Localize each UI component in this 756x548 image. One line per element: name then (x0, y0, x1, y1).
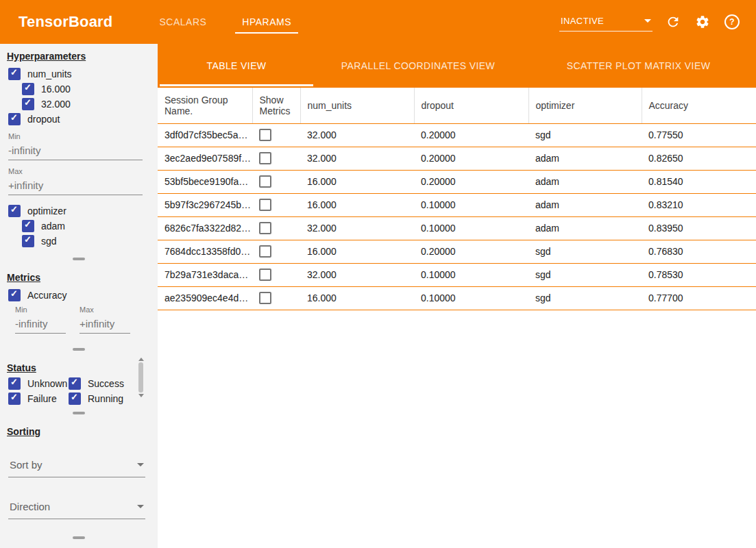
accuracy-cell: 0.83950 (642, 216, 756, 240)
checkbox-dropout[interactable]: dropout (8, 113, 158, 125)
num-units-cell: 16.000 (300, 170, 414, 193)
section-resize-handle[interactable] (73, 412, 85, 414)
dropout-cell: 0.20000 (414, 123, 528, 147)
checkbox-optimizer[interactable]: optimizer (8, 205, 158, 217)
direction-select[interactable]: Direction (8, 497, 145, 519)
dropout-min-field: Min (8, 132, 151, 160)
session-group-name-cell: ae235909ec4e4d… (158, 286, 252, 310)
run-status-select[interactable]: INACTIVE (559, 13, 653, 32)
tab-hparams[interactable]: HPARAMS (224, 0, 309, 44)
show-metrics-checkbox[interactable] (259, 222, 271, 234)
metric-min-max: Min Max (15, 306, 158, 334)
checkbox-status-running[interactable]: Running (69, 393, 158, 405)
section-resize-handle[interactable] (73, 348, 85, 351)
chevron-down-icon (137, 463, 144, 466)
hyperparameters-title: Hyperparameters (7, 51, 151, 62)
col-header-accuracy[interactable]: Accuracy (642, 88, 756, 123)
table-row: 53bf5bece9190fa… 16.000 0.20000 adam 0.8… (158, 170, 756, 193)
paging-section: Paging Number of matching session groups… (0, 544, 158, 548)
section-resize-handle[interactable] (73, 258, 85, 260)
session-group-name-cell: 5b97f3c2967245b… (158, 193, 252, 216)
checkbox-status-failure[interactable]: Failure (8, 393, 60, 405)
run-status-value: INACTIVE (561, 16, 604, 26)
status-options: Unknown Success Failure Running (0, 376, 158, 406)
scroll-up-icon[interactable] (138, 358, 144, 361)
num-units-cell: 16.000 (300, 286, 414, 310)
checkbox-icon (8, 393, 21, 405)
checkbox-num-units[interactable]: num_units (8, 68, 158, 80)
accuracy-cell: 0.78530 (642, 263, 756, 286)
accuracy-cell: 0.76830 (642, 240, 756, 263)
sort-by-select[interactable]: Sort by (8, 455, 145, 477)
show-metrics-cell (252, 170, 300, 193)
table-header-row: Session Group Name. Show Metrics num_uni… (158, 88, 756, 123)
session-group-name-cell: 53bf5bece9190fa… (158, 170, 252, 193)
dropout-max-input[interactable] (8, 176, 143, 195)
scrollbar-thumb[interactable] (138, 362, 143, 393)
chevron-down-icon (644, 19, 651, 23)
metric-min-field: Min (15, 306, 66, 334)
num-units-cell: 32.000 (300, 263, 414, 286)
show-metrics-checkbox[interactable] (259, 152, 271, 164)
metric-max-input[interactable] (80, 314, 130, 334)
show-metrics-checkbox[interactable] (259, 199, 271, 211)
tab-scatter-plot-matrix-view[interactable]: SCATTER PLOT MATRIX VIEW (521, 44, 756, 88)
col-header-show-metrics[interactable]: Show Metrics (252, 88, 300, 123)
checkbox-optimizer-sgd[interactable]: sgd (22, 235, 158, 247)
show-metrics-checkbox[interactable] (259, 175, 271, 188)
show-metrics-checkbox[interactable] (259, 129, 271, 141)
optimizer-cell: adam (528, 147, 642, 170)
checkbox-label: Success (88, 378, 124, 389)
table-row: 3ec2aed9e07589f… 32.000 0.20000 adam 0.8… (158, 147, 756, 170)
checkbox-num-units-16[interactable]: 16.000 (22, 83, 158, 95)
session-group-name-cell: 7684dcc13358fd0… (158, 240, 252, 263)
scroll-down-icon[interactable] (138, 394, 144, 397)
refresh-icon[interactable] (664, 13, 682, 31)
session-groups-table: Session Group Name. Show Metrics num_uni… (158, 88, 756, 310)
tab-table-view[interactable]: TABLE VIEW (158, 44, 315, 88)
checkbox-icon (22, 235, 34, 247)
optimizer-cell: adam (528, 170, 642, 193)
checkbox-status-success[interactable]: Success (69, 377, 158, 390)
optimizer-cell: adam (528, 216, 642, 240)
show-metrics-cell (252, 263, 300, 286)
table-row: 7684dcc13358fd0… 16.000 0.20000 sgd 0.76… (158, 240, 756, 263)
col-header-num-units[interactable]: num_units (300, 88, 414, 123)
checkbox-label: optimizer (27, 206, 66, 216)
metric-max-field: Max (80, 306, 130, 334)
show-metrics-cell (252, 123, 300, 147)
col-header-dropout[interactable]: dropout (414, 88, 528, 123)
accuracy-cell: 0.82650 (642, 147, 756, 170)
show-metrics-checkbox[interactable] (259, 292, 271, 304)
dropout-min-input[interactable] (8, 141, 143, 160)
session-group-name-cell: 3df0d7cf35bec5a… (158, 123, 252, 147)
section-resize-handle[interactable] (73, 536, 85, 539)
dropout-cell: 0.20000 (414, 147, 528, 170)
checkbox-optimizer-adam[interactable]: adam (22, 220, 158, 232)
table-row: 6826c7fa3322d82… 32.000 0.10000 adam 0.8… (158, 216, 756, 240)
checkbox-accuracy[interactable]: Accuracy (8, 289, 158, 301)
show-metrics-cell (252, 240, 300, 263)
dropout-cell: 0.10000 (414, 193, 528, 216)
num-units-cell: 16.000 (300, 193, 414, 216)
tab-scalars[interactable]: SCALARS (141, 0, 224, 44)
tab-parallel-coordinates-view[interactable]: PARALLEL COORDINATES VIEW (315, 44, 521, 88)
col-header-session-group-name[interactable]: Session Group Name. (158, 88, 252, 123)
chevron-down-icon (137, 505, 144, 508)
col-header-optimizer[interactable]: optimizer (528, 88, 642, 123)
show-metrics-checkbox[interactable] (259, 245, 271, 258)
show-metrics-checkbox[interactable] (259, 269, 271, 281)
hyperparameters-section: Hyperparameters num_units 16.000 32.000 … (0, 44, 158, 251)
checkbox-icon (8, 377, 21, 390)
checkbox-status-unknown[interactable]: Unknown (8, 377, 60, 390)
min-label: Min (15, 306, 66, 314)
sorting-title: Sorting (7, 426, 151, 437)
help-icon[interactable]: ? (723, 13, 741, 31)
table-row: ae235909ec4e4d… 16.000 0.10000 sgd 0.777… (158, 286, 756, 310)
checkbox-num-units-32[interactable]: 32.000 (22, 98, 158, 110)
status-scrollbar[interactable] (138, 358, 144, 397)
checkbox-label: num_units (27, 68, 72, 79)
gear-icon[interactable] (694, 13, 711, 31)
min-label: Min (8, 132, 151, 140)
metric-min-input[interactable] (15, 314, 66, 334)
